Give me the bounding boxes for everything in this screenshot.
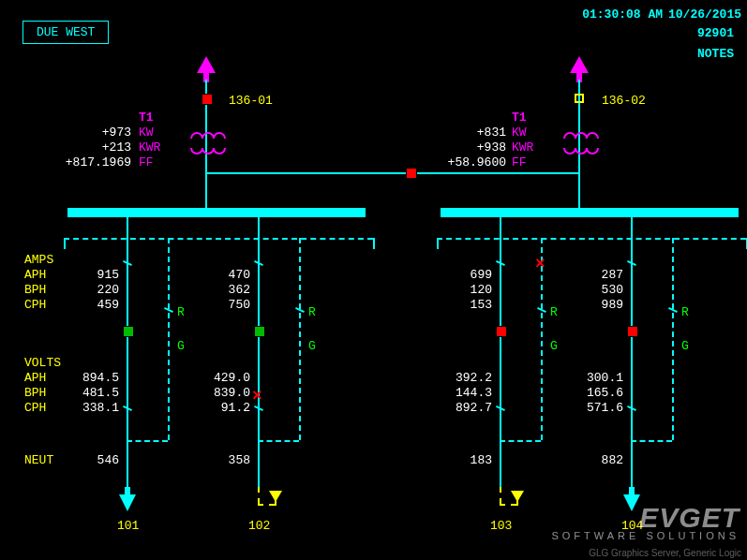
amps-val: 699 [447,268,492,282]
t-val: +973 [54,125,131,140]
feeder-breaker-icon[interactable] [254,326,265,337]
tie-breaker-icon[interactable] [406,168,417,179]
switch-label: 136-02 [602,94,646,108]
feeder-dash [168,238,170,440]
amps-val: 989 [578,298,623,312]
r-label: R [177,305,185,319]
row-label: NEUT [24,453,53,467]
footer-text: GLG Graphics Server, Generic Logic [589,548,741,558]
arrow-down-icon [269,489,282,502]
feeder-breaker-icon[interactable] [496,326,507,337]
switch-label: 136-01 [229,94,273,108]
busbar-left [67,208,366,217]
transformer-icon [560,131,598,155]
t-lbl: KW [139,125,154,140]
feeder-dash [631,440,672,442]
volts-val: 481.5 [74,386,119,400]
feeder-line [631,217,633,487]
time: 01:30:08 AM [582,7,663,22]
feeder-dash [127,440,168,442]
amps-val: 470 [205,268,250,282]
line [578,172,580,208]
out-dash [500,504,516,506]
fault-x-icon: × [252,391,262,401]
r-label: R [308,305,316,319]
dash [373,238,375,249]
g-label: G [550,339,558,353]
vendor-logo: EVGET SOFTWARE SOLUTIONS [551,502,740,541]
volts-val: 892.7 [447,401,492,415]
row-label: BPH [24,283,46,297]
row-label: AMPS [24,253,53,267]
svg-marker-1 [570,56,589,82]
arrow-down-icon [119,487,136,511]
volts-val: 429.0 [205,371,250,385]
feeder-dash [299,238,301,440]
tie-line [205,172,580,174]
r-label: R [550,305,558,319]
breaker-open-icon[interactable] [575,94,584,103]
t-lbl: KW [512,125,527,140]
feeder-dash [672,238,674,440]
out-dash [500,487,501,504]
svg-marker-4 [511,491,524,502]
dash [437,238,439,249]
feeder-line [500,217,501,487]
amps-val: 459 [74,298,119,312]
volts-val: 144.3 [447,386,492,400]
t-lbl: FF [139,155,154,169]
row-label: APH [24,371,46,385]
row-label: VOLTS [24,356,61,370]
feeder-breaker-icon[interactable] [627,326,638,337]
neut-val: 882 [578,453,623,467]
amps-val: 530 [578,283,623,297]
volts-val: 839.0 [205,386,250,400]
feeder-dash [258,440,299,442]
feeder-line [258,217,260,487]
svg-marker-2 [119,487,136,511]
out-dash [258,504,275,506]
t-val: +58.9600 [429,155,506,169]
logo-text: EVGET [551,502,740,534]
amps-val: 287 [578,268,623,282]
station-code: 92901 [697,26,734,40]
volts-val: 338.1 [74,401,119,415]
amps-val: 915 [74,268,119,282]
t-val: +831 [429,125,506,140]
arrow-down-icon [511,489,524,502]
t-val: +938 [429,140,506,155]
g-label: G [308,339,316,353]
fault-x-icon: × [535,259,545,269]
arrow-up-icon [197,56,216,82]
neut-val: 358 [205,453,250,467]
t-lbl: KWR [139,140,160,155]
amps-val: 153 [447,298,492,312]
busbar-right [441,208,739,217]
g-label: G [681,339,689,353]
dash-bus [437,238,746,240]
arrow-up-icon [570,56,589,82]
t-val: +213 [54,140,131,155]
station-box: DUE WEST [22,21,109,44]
neut-val: 546 [74,453,119,467]
amps-val: 750 [205,298,250,312]
row-label: CPH [24,298,46,312]
volts-val: 894.5 [74,371,119,385]
t-lbl: KWR [512,140,533,155]
notes-link[interactable]: NOTES [697,47,734,61]
transformer-icon [187,131,225,155]
date: 10/26/2015 [668,7,741,22]
dash-bus [64,238,373,240]
amps-val: 362 [205,283,250,297]
feeder-breaker-icon[interactable] [123,326,134,337]
amps-val: 120 [447,283,492,297]
breaker-closed-icon[interactable] [202,94,213,105]
logo-sub: SOFTWARE SOLUTIONS [551,530,740,541]
feeder-out-label: 101 [117,519,139,533]
r-label: R [681,305,689,319]
amps-val: 220 [74,283,119,297]
neut-val: 183 [447,453,492,467]
t-id: T1 [512,111,527,125]
feeder-line [127,217,128,487]
volts-val: 300.1 [578,371,623,385]
